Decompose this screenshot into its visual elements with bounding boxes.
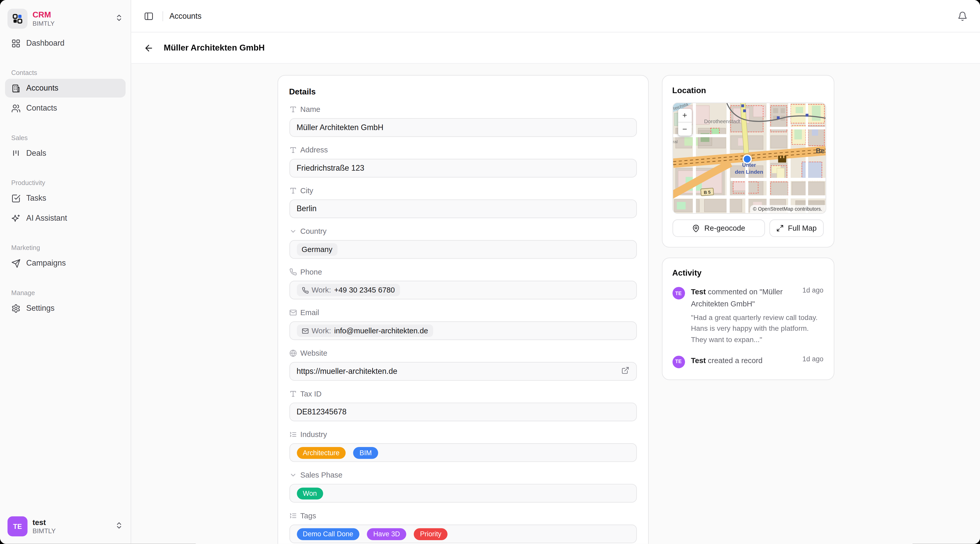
field-sales-phase: Sales Phase Won bbox=[289, 471, 637, 503]
send-icon bbox=[11, 258, 21, 268]
field-taxid: Tax ID DE812345678 bbox=[289, 390, 637, 422]
phone-input[interactable]: Work: +49 30 2345 6780 bbox=[289, 281, 637, 299]
mail-icon bbox=[301, 327, 309, 334]
taxid-input[interactable]: DE812345678 bbox=[289, 402, 637, 422]
phone-icon bbox=[301, 286, 309, 294]
sidebar-item-settings[interactable]: Settings bbox=[5, 299, 126, 318]
tags-select[interactable]: Demo Call Done Have 3D Priority bbox=[289, 525, 637, 543]
route-badge: B 5 bbox=[700, 188, 714, 196]
city-input[interactable]: Berlin bbox=[289, 199, 637, 218]
type-icon bbox=[289, 106, 297, 113]
map[interactable]: Reichsta ral Dorotheenstadt Unter den Li… bbox=[672, 103, 826, 214]
back-button[interactable] bbox=[142, 40, 156, 55]
field-country: Country Germany bbox=[289, 227, 637, 259]
breadcrumb: Accounts bbox=[169, 11, 201, 20]
sidebar-nav: Dashboard Contacts Accounts Contacts Sal… bbox=[0, 31, 130, 509]
map-label-ral: ral bbox=[673, 139, 678, 144]
field-city: City Berlin bbox=[289, 186, 637, 218]
app-logo bbox=[8, 9, 27, 29]
field-tags: Tags Demo Call Done Have 3D Priority bbox=[289, 511, 637, 543]
grid-logo-icon bbox=[12, 13, 23, 24]
address-input[interactable]: Friedrichstraße 123 bbox=[289, 159, 637, 178]
country-select[interactable]: Germany bbox=[289, 240, 637, 259]
panel-left-icon bbox=[144, 11, 154, 21]
field-value: Berlin bbox=[297, 205, 317, 213]
avatar: TE bbox=[8, 516, 27, 536]
phone-entry[interactable]: Work: +49 30 2345 6780 bbox=[297, 284, 400, 296]
name-input[interactable]: Müller Architekten GmbH bbox=[289, 118, 637, 137]
industry-tag: BIM bbox=[353, 447, 378, 458]
zoom-out-button[interactable]: − bbox=[678, 122, 692, 135]
brand-name: CRM bbox=[33, 11, 110, 20]
email-type-label: Work: bbox=[312, 326, 331, 335]
full-map-button[interactable]: Full Map bbox=[769, 220, 824, 237]
website-input[interactable]: https://mueller-architekten.de bbox=[289, 362, 637, 381]
button-label: Full Map bbox=[788, 224, 816, 232]
user-org: BIMTLY bbox=[33, 527, 110, 535]
field-label-text: Address bbox=[301, 146, 328, 154]
notifications-button[interactable] bbox=[955, 8, 970, 23]
sidebar: CRM BIMTLY Dashboard Contacts Accounts C… bbox=[0, 0, 131, 544]
sidebar-toggle-button[interactable] bbox=[142, 8, 156, 23]
industry-select[interactable]: Architecture BIM bbox=[289, 443, 637, 462]
page-title: Müller Architekten GmbH bbox=[164, 43, 265, 52]
re-geocode-button[interactable]: Re-geocode bbox=[672, 220, 765, 237]
sparkles-icon bbox=[11, 213, 21, 223]
field-label-text: Country bbox=[301, 227, 326, 235]
sidebar-item-deals[interactable]: Deals bbox=[5, 144, 126, 162]
field-name: Name Müller Architekten GmbH bbox=[289, 105, 637, 137]
avatar: TE bbox=[672, 287, 685, 299]
map-zoom-control: + − bbox=[678, 109, 692, 136]
gear-icon bbox=[11, 304, 21, 313]
sidebar-item-label: Deals bbox=[26, 149, 46, 157]
industry-tag: Architecture bbox=[297, 447, 346, 458]
sidebar-item-ai-assistant[interactable]: AI Assistant bbox=[5, 209, 126, 227]
org-switcher[interactable]: CRM BIMTLY bbox=[5, 6, 126, 31]
location-heading: Location bbox=[672, 86, 824, 95]
field-label-text: Email bbox=[301, 308, 319, 317]
field-industry: Industry Architecture BIM bbox=[289, 430, 637, 462]
arrow-left-icon bbox=[144, 43, 154, 53]
divider bbox=[162, 11, 163, 21]
chevrons-up-down-icon bbox=[115, 13, 123, 24]
user-menu[interactable]: TE test BIMTLY bbox=[5, 514, 126, 539]
external-link-icon[interactable] bbox=[621, 366, 629, 377]
sidebar-item-dashboard[interactable]: Dashboard bbox=[5, 34, 126, 52]
phone-type-label: Work: bbox=[312, 286, 331, 294]
sales-phase-select[interactable]: Won bbox=[289, 484, 637, 503]
sidebar-item-campaigns[interactable]: Campaigns bbox=[5, 254, 126, 272]
location-card: Location bbox=[662, 75, 834, 247]
tag: Priority bbox=[414, 528, 448, 540]
email-entry[interactable]: Work: info@mueller-architekten.de bbox=[297, 324, 433, 337]
activity-actor: Test bbox=[691, 356, 706, 365]
bell-icon bbox=[958, 11, 967, 21]
sidebar-item-tasks[interactable]: Tasks bbox=[5, 189, 126, 208]
sidebar-item-contacts[interactable]: Contacts bbox=[5, 99, 126, 118]
website-value: https://mueller-architekten.de bbox=[297, 367, 398, 376]
sidebar-item-label: AI Assistant bbox=[26, 214, 67, 223]
field-value: Germany bbox=[301, 245, 332, 254]
main-area: Accounts Müller Architekten GmbH Details… bbox=[131, 0, 980, 544]
check-square-icon bbox=[11, 194, 21, 203]
expand-icon bbox=[776, 224, 783, 232]
zoom-in-button[interactable]: + bbox=[678, 109, 692, 122]
field-phone: Phone Work: +49 30 2345 6780 bbox=[289, 268, 637, 299]
type-icon bbox=[289, 390, 297, 398]
type-icon bbox=[289, 146, 297, 154]
map-pin-icon bbox=[692, 224, 700, 232]
activity-card: Activity TE Test commented on "Müller Ar… bbox=[662, 258, 834, 380]
mail-icon bbox=[289, 309, 297, 316]
email-input[interactable]: Work: info@mueller-architekten.de bbox=[289, 321, 637, 340]
sidebar-item-label: Dashboard bbox=[26, 39, 64, 48]
details-heading: Details bbox=[289, 87, 637, 97]
sidebar-section-marketing: Marketing bbox=[5, 241, 126, 254]
sidebar-item-accounts[interactable]: Accounts bbox=[5, 79, 126, 97]
field-address: Address Friedrichstraße 123 bbox=[289, 146, 637, 178]
activity-comment: "Had a great quarterly review call today… bbox=[691, 313, 823, 345]
field-label-text: Sales Phase bbox=[301, 471, 342, 479]
sidebar-item-label: Settings bbox=[26, 304, 54, 313]
activity-time: 1d ago bbox=[802, 355, 824, 367]
field-email: Email Work: info@mueller-architekten.de bbox=[289, 308, 637, 340]
field-label-text: Tax ID bbox=[301, 390, 322, 398]
right-column: Location bbox=[662, 75, 834, 380]
